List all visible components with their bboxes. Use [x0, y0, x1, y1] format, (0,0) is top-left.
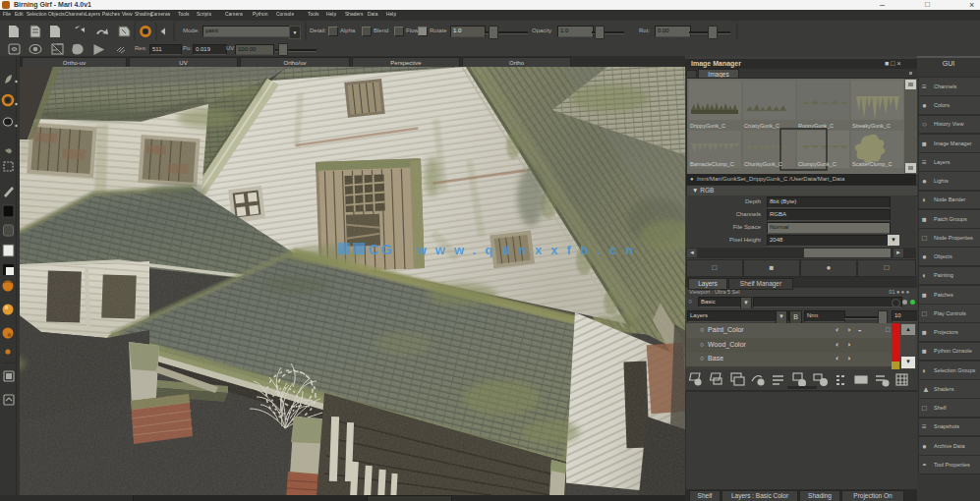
svg-text:ClumpyGunk_C: ClumpyGunk_C	[798, 161, 836, 167]
svg-text:ChunkyGunk_C: ChunkyGunk_C	[744, 161, 782, 167]
svg-text:BarnacleClump_C: BarnacleClump_C	[690, 161, 734, 167]
svg-text:RunnyGunk_C: RunnyGunk_C	[798, 123, 834, 129]
svg-text:CG: CG	[369, 241, 395, 257]
svg-text:www.qdnxxfb.cn: www.qdnxxfb.cn	[416, 243, 642, 257]
svg-text:DrippyGunk_C: DrippyGunk_C	[690, 123, 725, 129]
svg-text:CrustyGunk_C: CrustyGunk_C	[744, 123, 779, 129]
svg-text:StreakyGunk_C: StreakyGunk_C	[852, 123, 891, 129]
svg-text:ScatterClump_C: ScatterClump_C	[852, 161, 892, 167]
